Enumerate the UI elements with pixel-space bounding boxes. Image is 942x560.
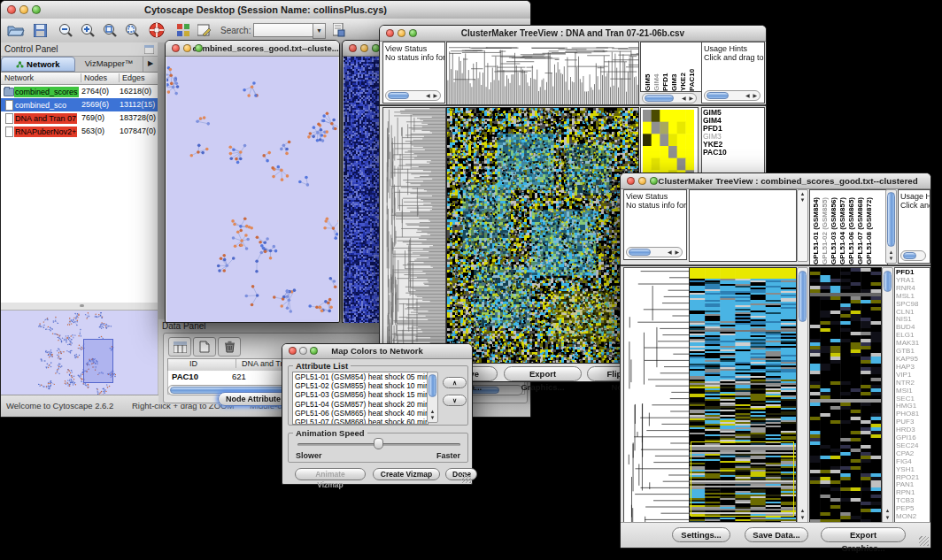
attribute-list-vscrollbar[interactable]: ▲ ▼ — [427, 372, 438, 423]
tv1-export-graphics-button[interactable]: Export Graphics... — [504, 366, 582, 381]
tv2-heatmap-vscrollbar[interactable]: ▲ ▼ — [797, 267, 808, 524]
tv2-selection-rect[interactable] — [691, 441, 794, 517]
zoom-button[interactable] — [409, 29, 417, 37]
column-label[interactable]: GPL51-06 (GSM865) — [847, 190, 856, 265]
create-vizmap-button[interactable]: Create Vizmap — [373, 468, 440, 480]
tv2-export-graphics-button[interactable]: Export Graphics... — [821, 527, 906, 542]
float-panel-icon[interactable] — [143, 44, 154, 54]
column-label[interactable]: GIM4 — [652, 42, 661, 91]
tv2-collabel-vscrollbar[interactable]: ▲▼ — [885, 189, 897, 264]
resize-grip[interactable] — [919, 536, 929, 546]
tab-overflow-arrow[interactable]: ▶ — [143, 57, 158, 72]
tv2-save-data-button[interactable]: Save Data... — [745, 527, 808, 542]
zoom-button[interactable] — [310, 347, 318, 355]
index-icon[interactable] — [330, 22, 348, 38]
column-label[interactable]: GPL51-07 (GSM868) — [856, 190, 865, 265]
dialog-titlebar[interactable]: Map Colors to Network — [282, 344, 472, 359]
close-button[interactable] — [172, 44, 180, 52]
gene-label[interactable]: MON2 — [896, 513, 929, 521]
tab-network[interactable]: Network — [1, 57, 75, 72]
move-down-button[interactable]: ∨ — [443, 395, 467, 406]
minimize-button[interactable] — [183, 44, 191, 52]
gene-label[interactable]: PAC10 — [703, 149, 763, 157]
tv2-top-vscrollbar[interactable]: ▲▼ — [797, 189, 808, 262]
zoom-out-icon[interactable] — [56, 22, 75, 38]
close-button[interactable] — [386, 29, 394, 37]
table-row[interactable]: DNA and Tran 07 769(0) 183728(0) — [1, 111, 158, 125]
attribute-item[interactable]: GPL51-01 (GSM854) heat shock 05 min — [293, 372, 428, 381]
new-attribute-icon[interactable] — [193, 337, 216, 357]
tv1-row-dendrogram[interactable] — [382, 107, 446, 364]
close-button[interactable] — [627, 177, 635, 185]
tv2-column-dendrogram[interactable] — [689, 189, 797, 262]
column-label[interactable]: GIM5 — [644, 42, 652, 91]
annotation-icon[interactable] — [196, 22, 213, 38]
scroll-down-arrow[interactable]: ▼ — [428, 415, 437, 421]
attribute-item[interactable]: GPL51-03 (GSM856) heat shock 15 min — [293, 390, 428, 399]
scroll-up-arrow[interactable]: ▲ — [883, 508, 892, 514]
scroll-up-arrow[interactable]: ▲ — [428, 409, 437, 415]
close-button[interactable] — [349, 44, 357, 52]
close-button[interactable] — [289, 347, 297, 355]
tv1-status-hscrollbar[interactable]: ◀ ▶ — [385, 90, 441, 101]
tv1-column-dendrogram[interactable] — [446, 42, 639, 105]
scroll-up-arrow[interactable]: ▲ — [798, 508, 807, 514]
minimize-button[interactable] — [360, 44, 368, 52]
overview-selection-rect[interactable] — [83, 339, 113, 383]
zoom-button[interactable] — [32, 5, 41, 14]
scroll-down-arrow[interactable]: ▼ — [798, 515, 807, 521]
column-label[interactable]: GPL51-03 (GSM856) — [830, 190, 838, 265]
tab-vizmapper[interactable]: VizMapper™ — [75, 57, 143, 72]
minimize-button[interactable] — [19, 5, 28, 14]
minimize-button[interactable] — [299, 347, 307, 355]
column-label[interactable]: PAC10 — [688, 42, 697, 91]
zoom-fit-icon[interactable] — [100, 22, 120, 38]
col-header-id[interactable]: ID — [189, 359, 197, 368]
network-view-titlebar[interactable]: combined_scores_good.txt--cluste... — [166, 41, 339, 57]
table-row[interactable]: RNAPuberNov2+ 563(0) 107847(0) — [1, 125, 158, 138]
open-file-icon[interactable] — [6, 22, 26, 38]
column-label[interactable]: GPL51-01 (GSM854) — [812, 190, 821, 265]
column-label[interactable]: GIM3 — [670, 42, 679, 91]
search-dropdown-button[interactable]: ▼ — [313, 23, 326, 39]
resize-grip[interactable] — [461, 473, 471, 483]
tv2-status-hscrollbar[interactable]: ◀ ▶ — [626, 247, 683, 257]
tv1-zoom-heatmap[interactable] — [643, 110, 694, 182]
column-label[interactable]: YKE2 — [679, 42, 688, 91]
tv2-zoom-vscrollbar[interactable]: ▲ ▼ — [882, 267, 893, 524]
column-label[interactable]: PFD1 — [661, 42, 670, 91]
tv1-zoom-hscrollbar[interactable]: ◀ ▶ — [642, 93, 697, 104]
vizmapper-icon[interactable] — [174, 22, 192, 38]
attribute-item[interactable]: GPL51-06 (GSM865) heat shock 40 min — [293, 409, 428, 418]
zoom-button[interactable] — [195, 44, 203, 52]
tv2-zoom-heatmap[interactable] — [809, 267, 882, 524]
tv1-global-heatmap[interactable] — [446, 107, 639, 364]
attribute-select-icon[interactable] — [168, 337, 191, 357]
minimize-button[interactable] — [638, 177, 646, 185]
main-titlebar[interactable]: Cytoscape Desktop (Session Name: collins… — [1, 1, 530, 19]
column-label[interactable]: GPL51-04 (GSM857) — [838, 190, 847, 265]
tv2-hints-hscrollbar[interactable] — [900, 250, 926, 261]
speed-slider-thumb[interactable] — [374, 438, 383, 449]
delete-attribute-trash-icon[interactable] — [218, 337, 241, 357]
save-icon[interactable] — [30, 22, 50, 38]
zoom-in-icon[interactable] — [78, 22, 97, 38]
attribute-item[interactable]: GPL51-02 (GSM855) heat shock 10 min — [293, 381, 428, 390]
search-input[interactable] — [253, 23, 313, 37]
tv2-settings-button[interactable]: Settings... — [672, 527, 730, 542]
zoom-selected-icon[interactable] — [122, 22, 142, 38]
move-up-button[interactable]: ∧ — [443, 377, 467, 388]
tv2-row-dendrogram[interactable] — [623, 267, 690, 524]
scroll-down-arrow[interactable]: ▼ — [883, 515, 892, 521]
attribute-item[interactable]: GPL51-04 (GSM857) heat shock 20 min — [293, 400, 428, 409]
column-label[interactable]: GPL51-08 (GSM872) — [865, 190, 874, 265]
column-label[interactable]: GPL51-02 (GSM855) — [821, 190, 830, 265]
dense-network-view[interactable] — [344, 57, 382, 323]
tv1-hints-hscrollbar[interactable]: ◀ ▶ — [704, 90, 761, 101]
window-controls[interactable] — [7, 5, 41, 14]
minimize-button[interactable] — [398, 29, 405, 37]
animate-vizmap-button[interactable]: Animate Vizmap — [295, 468, 366, 480]
network-graph-view[interactable] — [166, 57, 338, 322]
zoom-button[interactable] — [650, 177, 658, 185]
table-row[interactable]: combined_sco 2569(6) 13112(15) — [1, 98, 158, 111]
